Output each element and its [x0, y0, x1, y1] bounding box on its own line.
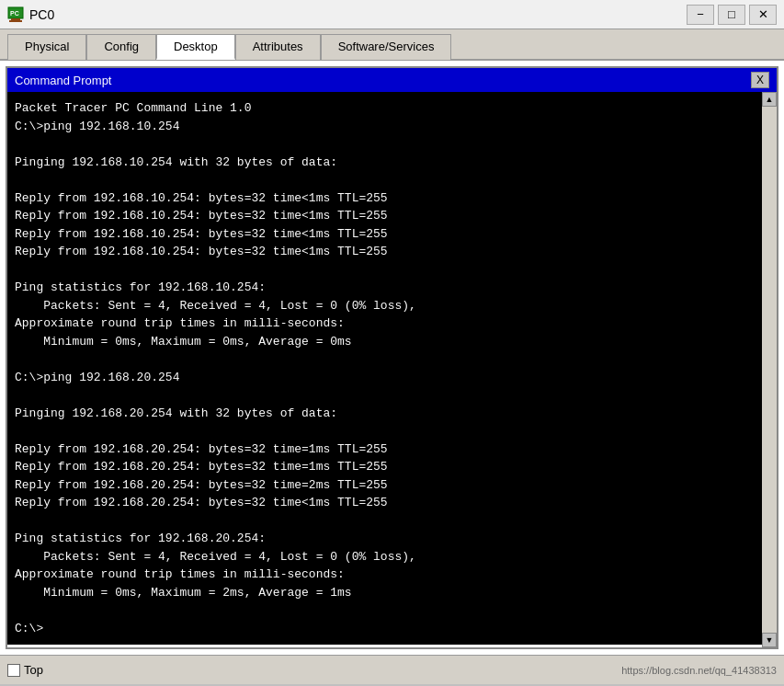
command-prompt-window: Command Prompt X Packet Tracer PC Comman… — [6, 66, 778, 649]
tab-desktop[interactable]: Desktop — [156, 34, 235, 60]
cmd-title: Command Prompt — [15, 74, 111, 87]
cmd-titlebar: Command Prompt X — [7, 68, 777, 92]
minimize-button[interactable]: − — [687, 5, 714, 25]
tab-config[interactable]: Config — [86, 34, 156, 60]
cmd-output[interactable]: Packet Tracer PC Command Line 1.0 C:\>pi… — [7, 92, 777, 645]
scrollbar[interactable]: ▲ ▼ — [762, 92, 777, 647]
title-bar-controls: − □ ✕ — [687, 5, 777, 25]
tabs-row: Physical Config Desktop Attributes Softw… — [0, 29, 784, 61]
main-content: Command Prompt X Packet Tracer PC Comman… — [0, 61, 784, 655]
tab-physical[interactable]: Physical — [7, 34, 86, 60]
window-title: PC0 — [29, 7, 54, 22]
watermark-text: https://blog.csdn.net/qq_41438313 — [621, 665, 777, 676]
scroll-track[interactable] — [762, 107, 777, 633]
cmd-close-button[interactable]: X — [751, 72, 769, 88]
close-button[interactable]: ✕ — [749, 5, 777, 25]
status-left: Top — [7, 663, 43, 677]
svg-rect-2 — [9, 20, 22, 22]
top-label: Top — [24, 663, 43, 677]
scroll-down-button[interactable]: ▼ — [762, 633, 777, 647]
maximize-button[interactable]: □ — [718, 5, 745, 25]
pc-icon: PC — [7, 6, 24, 23]
title-bar-left: PC PC0 — [7, 6, 54, 23]
tab-attributes[interactable]: Attributes — [235, 34, 321, 60]
scroll-up-button[interactable]: ▲ — [762, 92, 777, 107]
top-checkbox[interactable] — [7, 664, 20, 677]
svg-rect-1 — [11, 18, 20, 20]
tab-software[interactable]: Software/Services — [321, 34, 452, 60]
status-bar: Top https://blog.csdn.net/qq_41438313 — [0, 655, 784, 684]
svg-text:PC: PC — [10, 10, 19, 17]
title-bar: PC PC0 − □ ✕ — [0, 0, 784, 29]
